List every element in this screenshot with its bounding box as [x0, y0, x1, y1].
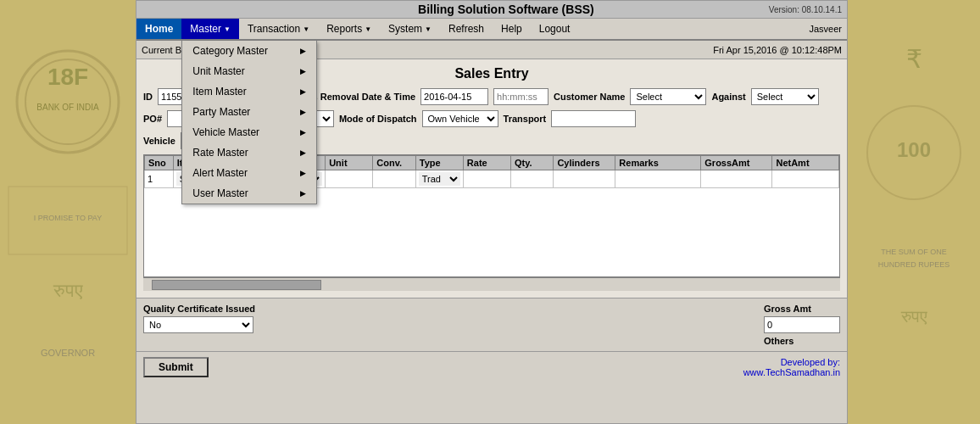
- rate-input[interactable]: [466, 172, 508, 186]
- reports-arrow-icon: ▼: [365, 25, 371, 33]
- cell-qty[interactable]: [510, 170, 553, 188]
- app-title: Billing Solution Software (BSS): [243, 3, 769, 16]
- id-label: ID: [143, 92, 153, 102]
- dd-rate-master[interactable]: Rate Master ▶: [182, 142, 316, 163]
- cell-type[interactable]: Trad: [415, 170, 463, 188]
- customer-name-select[interactable]: Select: [630, 88, 706, 105]
- vehicle-label: Vehicle: [143, 136, 175, 146]
- dd-item-master[interactable]: Item Master ▶: [182, 81, 316, 102]
- cell-gross-amt[interactable]: [701, 170, 772, 188]
- against-label: Against: [711, 92, 745, 102]
- gross-amt-label: Gross Amt: [764, 304, 811, 314]
- svg-text:THE SUM OF ONE: THE SUM OF ONE: [881, 248, 947, 256]
- menu-home[interactable]: Home: [136, 19, 181, 39]
- gross-amt-bottom-input[interactable]: [764, 316, 840, 333]
- horizontal-scrollbar[interactable]: [143, 277, 840, 291]
- svg-text:18F: 18F: [47, 64, 88, 90]
- menubar: Home Master ▼ Category Master ▶ Unit Mas…: [136, 19, 847, 41]
- cell-net-amt[interactable]: [772, 170, 839, 188]
- svg-text:GOVERNOR: GOVERNOR: [41, 348, 95, 358]
- bottom-right: Gross Amt Others: [764, 304, 840, 346]
- app-window: Billing Solution Software (BSS) Version:…: [136, 0, 848, 424]
- cylinders-input[interactable]: [556, 172, 612, 186]
- quality-cert-label: Quality Certificate Issued: [143, 304, 255, 314]
- submit-button[interactable]: Submit: [143, 357, 209, 377]
- svg-text:BANK OF INDIA: BANK OF INDIA: [36, 103, 99, 112]
- cell-cylinders[interactable]: [554, 170, 615, 188]
- right-background: ₹ 100 THE SUM OF ONE HUNDRED RUPEES रुपए: [848, 0, 980, 424]
- goods-time-input[interactable]: [493, 88, 548, 105]
- col-remarks: Remarks: [615, 156, 701, 170]
- submit-row: Submit Developed by: www.TechSamadhan.in: [136, 351, 847, 382]
- col-cylinders: Cylinders: [554, 156, 615, 170]
- bottom-form: Quality Certificate Issued No Gross Amt …: [136, 298, 847, 351]
- col-conv: Conv.: [373, 156, 415, 170]
- mode-dispatch-label: Mode of Dispatch: [339, 114, 417, 124]
- dd-unit-master[interactable]: Unit Master ▶: [182, 61, 316, 81]
- col-type: Type: [415, 156, 463, 170]
- svg-text:रुपए: रुपए: [900, 307, 927, 326]
- col-rate: Rate: [463, 156, 510, 170]
- col-net-amt: NetAmt: [772, 156, 839, 170]
- col-unit: Unit: [326, 156, 373, 170]
- cell-remarks[interactable]: [615, 170, 701, 188]
- row-type-select[interactable]: Trad: [419, 172, 460, 186]
- master-dropdown: Category Master ▶ Unit Master ▶ Item Mas…: [181, 41, 317, 204]
- dd-alert-master[interactable]: Alert Master ▶: [182, 163, 316, 183]
- left-background: 18F BANK OF INDIA I PROMISE TO PAY रुपए …: [0, 0, 136, 424]
- arrow-right-icon: ▶: [300, 47, 306, 55]
- user-name: Jasveer: [578, 19, 847, 39]
- arrow-right-icon: ▶: [300, 87, 306, 96]
- arrow-right-icon: ▶: [300, 128, 306, 137]
- quality-cert-select[interactable]: No: [143, 316, 253, 333]
- developed-by: Developed by: www.TechSamadhan.in: [743, 357, 840, 377]
- unit-input[interactable]: [328, 172, 370, 186]
- master-arrow-icon: ▼: [224, 25, 231, 33]
- against-select[interactable]: Select: [751, 88, 819, 105]
- cell-sno: 1: [145, 170, 174, 188]
- dd-user-master[interactable]: User Master ▶: [182, 183, 316, 204]
- mode-dispatch-select[interactable]: Own Vehicle: [422, 110, 498, 127]
- status-datetime: Fri Apr 15,2016 @ 10:12:48PM: [713, 45, 842, 55]
- system-arrow-icon: ▼: [425, 25, 432, 33]
- remarks-input[interactable]: [618, 172, 698, 186]
- dev-line1: Developed by:: [743, 357, 840, 367]
- title-bar: Billing Solution Software (BSS) Version:…: [136, 1, 847, 19]
- svg-text:₹: ₹: [906, 45, 922, 73]
- menu-master[interactable]: Master ▼ Category Master ▶ Unit Master ▶…: [181, 19, 239, 39]
- svg-text:100: 100: [897, 138, 931, 161]
- menu-logout[interactable]: Logout: [531, 19, 579, 39]
- goods-date-input[interactable]: [420, 88, 488, 105]
- qty-input[interactable]: [514, 172, 550, 186]
- gross-amt-input[interactable]: [704, 172, 769, 186]
- col-qty: Qty.: [510, 156, 553, 170]
- bottom-left: Quality Certificate Issued No: [143, 304, 255, 333]
- cell-rate[interactable]: [463, 170, 510, 188]
- current-label: Current B: [142, 45, 181, 55]
- dd-party-master[interactable]: Party Master ▶: [182, 102, 316, 122]
- scroll-thumb[interactable]: [152, 280, 321, 290]
- dd-category-master[interactable]: Category Master ▶: [182, 41, 316, 61]
- svg-text:HUNDRED RUPEES: HUNDRED RUPEES: [878, 260, 950, 269]
- cell-conv[interactable]: [373, 170, 415, 188]
- menu-refresh[interactable]: Refresh: [440, 19, 493, 39]
- transport-input[interactable]: [551, 110, 636, 127]
- cell-unit[interactable]: [326, 170, 373, 188]
- arrow-right-icon: ▶: [300, 189, 306, 198]
- menu-system[interactable]: System ▼: [380, 19, 440, 39]
- arrow-right-icon: ▶: [300, 108, 306, 116]
- menu-reports[interactable]: Reports ▼: [318, 19, 380, 39]
- dev-line2: www.TechSamadhan.in: [743, 367, 840, 377]
- menu-transaction[interactable]: Transaction ▼: [239, 19, 318, 39]
- arrow-right-icon: ▶: [300, 148, 306, 157]
- col-gross-amt: GrossAmt: [701, 156, 772, 170]
- dd-vehicle-master[interactable]: Vehicle Master ▶: [182, 122, 316, 142]
- menu-help[interactable]: Help: [493, 19, 531, 39]
- po-label: PO#: [143, 114, 162, 124]
- conv-input[interactable]: [376, 172, 412, 186]
- version-label: Version: 08.10.14.1: [769, 5, 842, 14]
- net-amt-input[interactable]: [775, 172, 836, 186]
- others-label: Others: [764, 336, 793, 346]
- transaction-arrow-icon: ▼: [303, 25, 309, 33]
- arrow-right-icon: ▶: [300, 67, 306, 75]
